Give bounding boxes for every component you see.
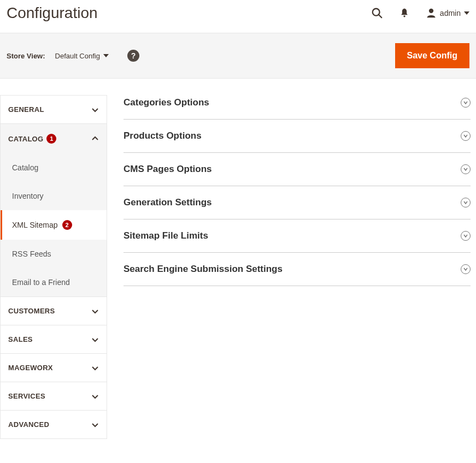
sidebar-item-xml-sitemap[interactable]: XML Sitemap2 <box>1 210 107 240</box>
sidebar-group-title: CUSTOMERS <box>8 307 55 315</box>
sidebar-subitems: CatalogInventoryXML Sitemap2RSS FeedsEma… <box>1 153 107 296</box>
store-view-value: Default Config <box>55 52 100 60</box>
section-generation[interactable]: Generation Settings <box>124 186 471 219</box>
section-filelimits[interactable]: Sitemap File Limits <box>124 219 471 253</box>
caret-down-icon <box>103 53 109 58</box>
user-icon <box>426 8 437 19</box>
sidebar-item-label: Catalog <box>12 163 38 172</box>
sidebar-item-email-friend[interactable]: Email to a Friend <box>1 268 107 296</box>
admin-account-menu[interactable]: admin <box>426 8 469 19</box>
sidebar-item-label: XML Sitemap <box>12 221 58 229</box>
store-view-scope: Store View: Default Config ? <box>7 50 139 62</box>
sidebar-group-advanced: ADVANCED <box>0 410 107 439</box>
svg-point-2 <box>403 15 405 17</box>
sidebar-group-header-services[interactable]: SERVICES <box>1 382 107 410</box>
chevron-down-icon <box>91 393 99 400</box>
sidebar-group-catalog: CATALOG1CatalogInventoryXML Sitemap2RSS … <box>0 123 107 296</box>
sidebar-group-header-mageworx[interactable]: MAGEWORX <box>1 354 107 382</box>
chevron-down-icon <box>91 307 99 315</box>
sidebar-group-sales: SALES <box>0 325 107 353</box>
sidebar-group-title: CATALOG1 <box>8 134 56 144</box>
chevron-down-icon <box>91 106 99 114</box>
store-view-selector[interactable]: Default Config <box>55 52 109 60</box>
expand-icon <box>461 131 471 141</box>
header-actions: admin <box>371 7 469 19</box>
section-searcheng[interactable]: Search Engine Submission Settings <box>124 253 471 286</box>
section-title: Sitemap File Limits <box>124 230 208 241</box>
expand-icon <box>461 198 471 207</box>
store-view-label: Store View: <box>7 52 45 60</box>
sidebar-group-services: SERVICES <box>0 382 107 410</box>
sidebar-item-label: Inventory <box>12 192 44 200</box>
section-products[interactable]: Products Options <box>124 120 471 153</box>
expand-icon <box>461 164 471 174</box>
sidebar-group-title: SALES <box>8 335 33 343</box>
sidebar-group-general: GENERAL <box>0 95 107 123</box>
section-title: Categories Options <box>124 97 209 108</box>
admin-label: admin <box>440 9 461 17</box>
svg-marker-5 <box>103 54 109 57</box>
sidebar-group-title: SERVICES <box>8 392 45 400</box>
sidebar-group-title: MAGEWORX <box>8 364 53 372</box>
sidebar-item-label: Email to a Friend <box>12 278 70 287</box>
chevron-up-icon <box>91 135 99 143</box>
chevron-down-icon <box>91 336 99 343</box>
save-config-button[interactable]: Save Config <box>395 43 469 68</box>
sidebar-item-rss-feeds[interactable]: RSS Feeds <box>1 240 107 268</box>
section-categories[interactable]: Categories Options <box>124 95 471 120</box>
annotation-badge: 1 <box>46 134 56 144</box>
toolbar: Store View: Default Config ? Save Config <box>0 33 476 79</box>
sidebar-item-inventory[interactable]: Inventory <box>1 182 107 210</box>
svg-marker-4 <box>464 11 469 15</box>
expand-icon <box>461 98 471 108</box>
svg-point-3 <box>429 9 433 13</box>
config-main: Categories OptionsProducts OptionsCMS Pa… <box>107 95 476 439</box>
search-icon[interactable] <box>371 7 383 19</box>
sidebar-group-title: GENERAL <box>8 105 44 114</box>
body: GENERALCATALOG1CatalogInventoryXML Sitem… <box>0 95 476 439</box>
expand-icon <box>461 264 471 274</box>
sidebar-group-title: ADVANCED <box>8 420 49 429</box>
caret-down-icon <box>464 10 469 16</box>
section-title: Generation Settings <box>124 197 212 208</box>
sidebar-item-catalog-sub[interactable]: Catalog <box>1 153 107 182</box>
chevron-down-icon <box>91 364 99 372</box>
section-title: Search Engine Submission Settings <box>124 264 283 275</box>
sidebar-group-header-customers[interactable]: CUSTOMERS <box>1 297 107 325</box>
section-cms[interactable]: CMS Pages Options <box>124 153 471 186</box>
page-title: Configuration <box>7 4 98 22</box>
page-header: Configuration admin <box>0 0 476 33</box>
sidebar-group-header-catalog[interactable]: CATALOG1 <box>1 124 107 153</box>
expand-icon <box>461 231 471 241</box>
help-icon[interactable]: ? <box>127 50 139 62</box>
svg-line-1 <box>379 15 382 18</box>
sidebar-group-header-advanced[interactable]: ADVANCED <box>1 411 107 438</box>
section-title: CMS Pages Options <box>124 164 212 175</box>
sidebar-group-customers: CUSTOMERS <box>0 296 107 325</box>
config-sidebar: GENERALCATALOG1CatalogInventoryXML Sitem… <box>0 95 107 439</box>
section-title: Products Options <box>124 130 202 141</box>
sidebar-group-mageworx: MAGEWORX <box>0 353 107 382</box>
sidebar-group-header-sales[interactable]: SALES <box>1 325 107 353</box>
sidebar-item-label: RSS Feeds <box>12 250 51 258</box>
annotation-badge: 2 <box>62 220 72 230</box>
chevron-down-icon <box>91 421 99 429</box>
bell-icon[interactable] <box>398 7 410 19</box>
sidebar-group-header-general[interactable]: GENERAL <box>1 96 107 123</box>
